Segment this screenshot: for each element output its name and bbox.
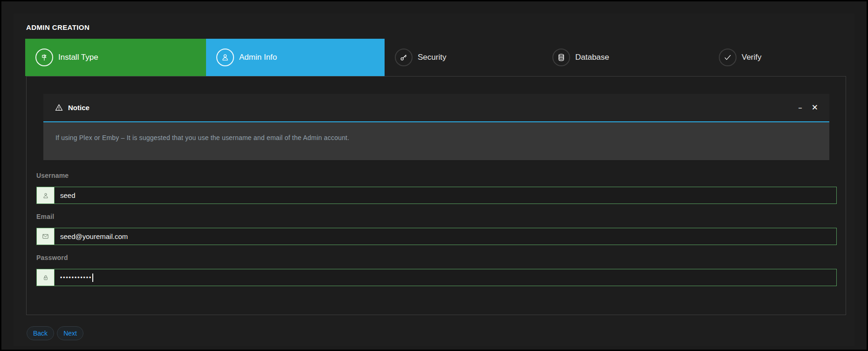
step-circle: [719, 49, 737, 66]
lock-icon: [42, 274, 49, 281]
step-label: Database: [575, 53, 609, 62]
signpost-icon: [40, 53, 49, 62]
step-label: Admin Info: [239, 53, 277, 62]
email-label: Email: [36, 213, 54, 220]
notice-body: If using Plex or Emby – It is suggested …: [43, 122, 829, 160]
password-label: Password: [36, 254, 68, 261]
tab-security[interactable]: Security: [385, 39, 542, 76]
notice-message: If using Plex or Emby – It is suggested …: [55, 134, 817, 141]
password-masked-value: •••••••••••: [60, 274, 92, 281]
step-label: Security: [418, 53, 446, 62]
warning-icon: [55, 103, 63, 112]
password-input[interactable]: •••••••••••: [55, 269, 836, 286]
email-input[interactable]: seed@youremail.com: [55, 228, 836, 245]
notice-box: Notice – ✕ If using Plex or Emby – It is…: [43, 94, 829, 160]
step-circle: [35, 49, 53, 66]
username-addon: [37, 187, 55, 204]
notice-title: Notice: [68, 104, 90, 112]
next-button[interactable]: Next: [57, 326, 83, 340]
username-input-group: seed: [36, 187, 837, 204]
wizard-step-tabs: Install Type Admin Info Security: [25, 39, 849, 76]
email-input-group: seed@youremail.com: [36, 228, 837, 245]
user-icon: [42, 192, 49, 199]
back-button[interactable]: Back: [27, 326, 54, 340]
notice-header: Notice – ✕: [43, 94, 829, 122]
envelope-icon: [41, 232, 49, 240]
password-input-group: •••••••••••: [36, 269, 837, 286]
step-label: Verify: [742, 53, 762, 62]
step-circle: [216, 49, 234, 66]
wizard-actions: Back Next: [27, 326, 83, 340]
step-circle: [395, 49, 413, 66]
admin-info-panel: Notice – ✕ If using Plex or Emby – It is…: [26, 76, 846, 315]
username-label: Username: [36, 172, 69, 179]
password-addon: [37, 269, 55, 286]
text-cursor: [92, 274, 93, 282]
step-label: Install Type: [58, 53, 98, 62]
database-icon: [557, 53, 566, 62]
close-icon[interactable]: ✕: [812, 104, 818, 112]
page-title: ADMIN CREATION: [26, 23, 90, 31]
tab-admin-info[interactable]: Admin Info: [206, 39, 385, 76]
admin-creation-card: ADMIN CREATION Install Type Admin Info: [14, 14, 854, 346]
step-circle: [552, 49, 570, 66]
tab-install-type[interactable]: Install Type: [25, 39, 206, 76]
minimize-icon[interactable]: –: [798, 104, 802, 112]
email-addon: [37, 228, 55, 245]
tab-verify[interactable]: Verify: [709, 39, 849, 76]
check-icon: [723, 53, 732, 62]
username-input[interactable]: seed: [55, 187, 836, 204]
tab-database[interactable]: Database: [542, 39, 709, 76]
key-icon: [399, 53, 408, 62]
user-icon: [220, 53, 230, 62]
